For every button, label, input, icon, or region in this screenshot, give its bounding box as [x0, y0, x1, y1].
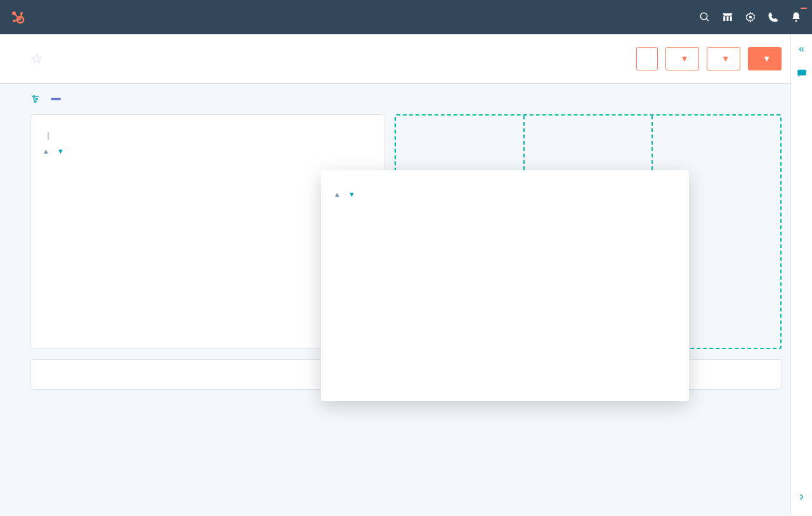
svg-line-6 [14, 20, 20, 21]
svg-point-17 [33, 96, 35, 98]
hubspot-logo-icon [10, 10, 25, 25]
phone-icon[interactable] [768, 11, 779, 23]
filter-icon[interactable] [30, 94, 41, 104]
actions-button[interactable]: ▼ [665, 47, 699, 70]
add-report-button[interactable]: ▼ [748, 47, 782, 70]
svg-rect-9 [723, 17, 725, 22]
marketplace-icon[interactable] [722, 11, 733, 23]
line-chart [43, 160, 360, 300]
page-header: ☆ ▼ ▼ ▼ [0, 34, 812, 84]
notification-badge [801, 8, 807, 9]
page-next-icon[interactable]: ▼ [348, 190, 355, 198]
collapse-rail-icon[interactable]: « [799, 43, 804, 55]
donut-chart [416, 204, 594, 382]
page-next-icon[interactable]: ▼ [57, 147, 64, 155]
svg-rect-11 [730, 17, 732, 22]
mql-source-floating-card[interactable]: ▲▼ [321, 170, 689, 401]
page-prev-icon[interactable]: ▲ [334, 190, 341, 198]
svg-point-12 [749, 16, 752, 19]
beta-badge [51, 98, 61, 100]
svg-line-8 [706, 18, 709, 21]
svg-point-18 [36, 98, 38, 100]
share-button[interactable]: ▼ [707, 47, 740, 70]
create-dashboard-button[interactable] [636, 47, 658, 70]
svg-line-5 [20, 13, 22, 20]
settings-icon[interactable] [745, 11, 756, 23]
top-navigation [0, 0, 812, 34]
page-prev-icon[interactable]: ▲ [43, 147, 49, 155]
svg-point-7 [700, 13, 707, 20]
right-rail: « › [790, 34, 812, 516]
chat-icon[interactable] [796, 67, 808, 79]
favorite-star-icon[interactable]: ☆ [30, 51, 43, 67]
svg-rect-10 [727, 17, 729, 22]
svg-point-19 [34, 101, 36, 103]
svg-rect-20 [797, 70, 806, 76]
sub-header [0, 84, 812, 114]
expand-rail-icon[interactable]: › [799, 489, 804, 503]
search-icon[interactable] [699, 11, 710, 23]
svg-point-13 [796, 20, 797, 22]
notifications-icon[interactable] [790, 11, 802, 23]
